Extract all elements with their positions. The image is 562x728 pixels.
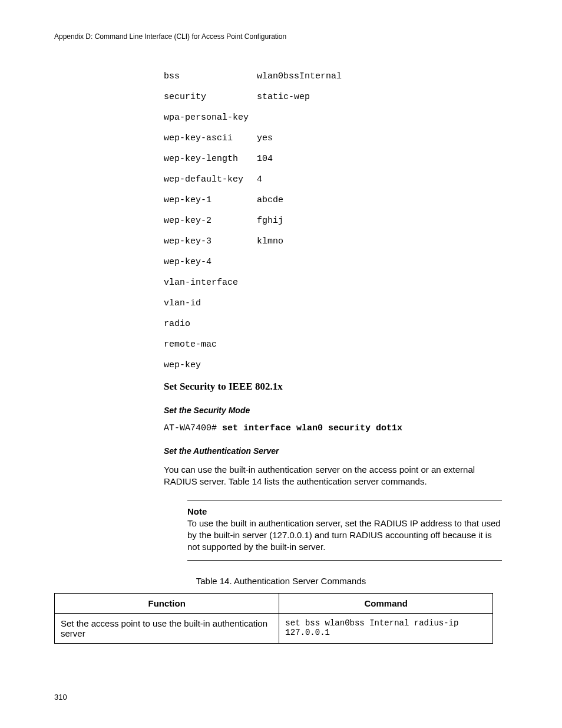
config-key: vlan-interface bbox=[164, 278, 257, 288]
config-val: klmno bbox=[257, 236, 283, 246]
table-caption: Table 14. Authentication Server Commands bbox=[54, 576, 508, 586]
config-key: bss bbox=[164, 71, 257, 81]
config-key: radio bbox=[164, 319, 257, 329]
config-key: wep-key-3 bbox=[164, 236, 257, 246]
config-row: radio bbox=[164, 319, 508, 329]
config-row: wpa-personal-key bbox=[164, 113, 508, 123]
config-val: yes bbox=[257, 133, 273, 143]
config-key: wep-key-4 bbox=[164, 257, 257, 267]
cli-prompt: AT-WA7400# bbox=[164, 423, 222, 433]
config-key: wep-key-1 bbox=[164, 195, 257, 205]
config-key: wpa-personal-key bbox=[164, 113, 257, 123]
note-text: To use the built in authentication serve… bbox=[187, 518, 502, 554]
config-key: wep-default-key bbox=[164, 174, 257, 185]
note-box: Note To use the built in authentication … bbox=[187, 500, 502, 561]
config-row: vlan-interface bbox=[164, 278, 508, 288]
config-val: fghij bbox=[257, 216, 283, 226]
config-val: wlan0bssInternal bbox=[257, 71, 342, 81]
table-header-row: Function Command bbox=[55, 594, 493, 614]
table-row: Set the access point to use the built-in… bbox=[55, 614, 493, 644]
config-val: abcde bbox=[257, 195, 283, 205]
config-row: remote-mac bbox=[164, 340, 508, 350]
config-row: wep-key-2fghij bbox=[164, 216, 508, 226]
config-val: static-wep bbox=[257, 92, 310, 102]
page-number: 310 bbox=[54, 693, 67, 701]
config-key: wep-key-ascii bbox=[164, 133, 257, 143]
config-row: wep-key bbox=[164, 360, 508, 370]
config-key: wep-key-2 bbox=[164, 216, 257, 226]
config-key: vlan-id bbox=[164, 298, 257, 308]
subheading-auth-server: Set the Authentication Server bbox=[164, 446, 508, 456]
config-val: 4 bbox=[257, 174, 262, 185]
config-row: wep-key-length104 bbox=[164, 154, 508, 164]
config-row: wep-key-3klmno bbox=[164, 236, 508, 246]
config-row: wep-key-4 bbox=[164, 257, 508, 267]
table-header-function: Function bbox=[55, 594, 279, 614]
config-key: security bbox=[164, 92, 257, 102]
config-key: wep-key-length bbox=[164, 154, 257, 164]
page-header: Appendix D: Command Line Interface (CLI)… bbox=[54, 32, 508, 41]
config-row: wep-default-key4 bbox=[164, 174, 508, 185]
config-row: wep-key-asciiyes bbox=[164, 133, 508, 143]
table-cell-command: set bss wlan0bss Internal radius-ip 127.… bbox=[279, 614, 493, 644]
subheading-security-mode: Set the Security Mode bbox=[164, 406, 508, 415]
config-key: remote-mac bbox=[164, 340, 257, 350]
config-row: securitystatic-wep bbox=[164, 92, 508, 102]
cli-command: set interface wlan0 security dot1x bbox=[222, 423, 402, 433]
table-cell-function: Set the access point to use the built-in… bbox=[55, 614, 279, 644]
config-key: wep-key bbox=[164, 360, 257, 370]
main-content: bsswlan0bssInternal securitystatic-wep w… bbox=[164, 71, 508, 644]
auth-server-commands-table: Function Command Set the access point to… bbox=[54, 593, 493, 644]
config-list: bsswlan0bssInternal securitystatic-wep w… bbox=[164, 71, 508, 370]
config-row: vlan-id bbox=[164, 298, 508, 308]
section-title: Set Security to IEEE 802.1x bbox=[164, 381, 508, 393]
body-paragraph: You can use the built-in authentication … bbox=[164, 464, 508, 488]
cli-command-line: AT-WA7400# set interface wlan0 security … bbox=[164, 423, 508, 433]
config-row: wep-key-1abcde bbox=[164, 195, 508, 205]
config-val: 104 bbox=[257, 154, 273, 164]
config-row: bsswlan0bssInternal bbox=[164, 71, 508, 81]
table-header-command: Command bbox=[279, 594, 493, 614]
note-label: Note bbox=[187, 506, 502, 516]
